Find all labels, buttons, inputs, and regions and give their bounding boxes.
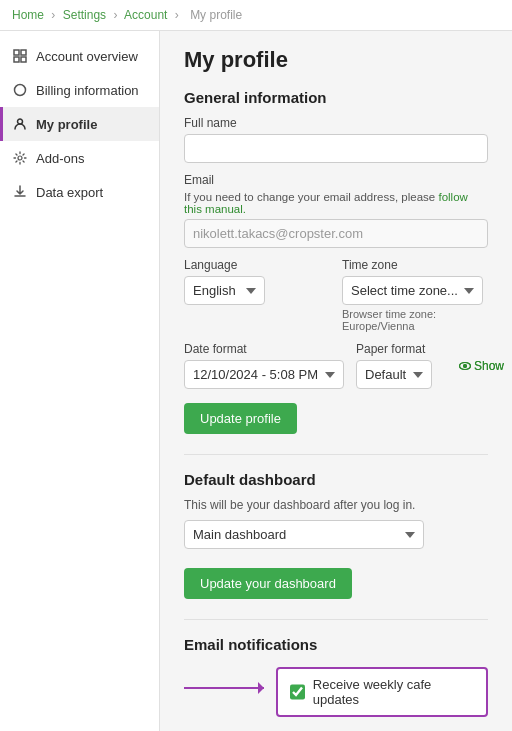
- timezone-select[interactable]: Select time zone...: [342, 276, 483, 305]
- notification-label: Receive weekly cafe updates: [313, 677, 474, 707]
- divider-2: [184, 619, 488, 620]
- weekly-updates-checkbox[interactable]: [290, 684, 305, 700]
- notifications-title: Email notifications: [184, 636, 488, 653]
- svg-point-4: [15, 85, 26, 96]
- general-info-title: General information: [184, 89, 488, 106]
- update-profile-button[interactable]: Update profile: [184, 403, 297, 434]
- language-select[interactable]: English German Spanish French: [184, 276, 265, 305]
- breadcrumb-current: My profile: [190, 8, 242, 22]
- breadcrumb-settings[interactable]: Settings: [63, 8, 106, 22]
- full-name-input[interactable]: [184, 134, 488, 163]
- arrow-indicator: [184, 687, 264, 689]
- person-icon: [12, 116, 28, 132]
- default-dashboard-section: Default dashboard This will be your dash…: [184, 471, 488, 599]
- svg-rect-2: [14, 57, 19, 62]
- svg-rect-1: [21, 50, 26, 55]
- sidebar-item-billing[interactable]: Billing information: [0, 73, 159, 107]
- sidebar-item-label: Billing information: [36, 83, 139, 98]
- email-note: If you need to change your email address…: [184, 191, 488, 215]
- timezone-label: Time zone: [342, 258, 488, 272]
- language-group: Language English German Spanish French: [184, 258, 330, 332]
- notification-row: Receive weekly cafe updates: [184, 663, 488, 717]
- grid-icon: [12, 48, 28, 64]
- update-dashboard-button[interactable]: Update your dashboard: [184, 568, 352, 599]
- notification-checkbox-box: Receive weekly cafe updates: [276, 667, 488, 717]
- svg-rect-3: [21, 57, 26, 62]
- date-format-label: Date format: [184, 342, 344, 356]
- date-paper-row: Date format 12/10/2024 - 5:08 PM Paper f…: [184, 342, 488, 389]
- svg-rect-0: [14, 50, 19, 55]
- page-title: My profile: [184, 47, 488, 73]
- paper-format-label: Paper format: [356, 342, 488, 356]
- email-input: [184, 219, 488, 248]
- sidebar-item-label: Add-ons: [36, 151, 84, 166]
- breadcrumb-account[interactable]: Account: [124, 8, 167, 22]
- email-notifications-section: Email notifications Receive weekly cafe …: [184, 636, 488, 717]
- dashboard-select-wrap: Main dashboard: [184, 520, 488, 549]
- email-group: Email If you need to change your email a…: [184, 173, 488, 248]
- dashboard-title: Default dashboard: [184, 471, 488, 488]
- dashboard-description: This will be your dashboard after you lo…: [184, 498, 488, 512]
- sidebar: Account overview Billing information My …: [0, 31, 160, 731]
- download-icon: [12, 184, 28, 200]
- svg-point-6: [18, 156, 22, 160]
- circle-icon: [12, 82, 28, 98]
- sidebar-item-label: Data export: [36, 185, 103, 200]
- date-format-group: Date format 12/10/2024 - 5:08 PM: [184, 342, 344, 389]
- new-password-show[interactable]: Show: [459, 359, 504, 373]
- gear-icon: [12, 150, 28, 166]
- breadcrumb-home[interactable]: Home: [12, 8, 44, 22]
- sidebar-item-account-overview[interactable]: Account overview: [0, 39, 159, 73]
- date-format-select[interactable]: 12/10/2024 - 5:08 PM: [184, 360, 344, 389]
- full-name-group: Full name: [184, 116, 488, 163]
- sidebar-item-label: My profile: [36, 117, 97, 132]
- full-name-label: Full name: [184, 116, 488, 130]
- sidebar-item-add-ons[interactable]: Add-ons: [0, 141, 159, 175]
- dashboard-select[interactable]: Main dashboard: [184, 520, 424, 549]
- language-label: Language: [184, 258, 330, 272]
- sidebar-item-data-export[interactable]: Data export: [0, 175, 159, 209]
- svg-point-9: [463, 364, 467, 368]
- divider-1: [184, 454, 488, 455]
- paper-format-select[interactable]: Default A4 Letter: [356, 360, 432, 389]
- email-label: Email: [184, 173, 488, 187]
- timezone-group: Time zone Select time zone... Browser ti…: [342, 258, 488, 332]
- lang-tz-row: Language English German Spanish French T…: [184, 258, 488, 332]
- general-info-section: General information Full name Email If y…: [184, 89, 488, 434]
- breadcrumb: Home › Settings › Account › My profile: [0, 0, 512, 31]
- browser-timezone: Browser time zone: Europe/Vienna: [342, 308, 488, 332]
- main-content: My profile General information Full name…: [160, 31, 512, 731]
- sidebar-item-label: Account overview: [36, 49, 138, 64]
- sidebar-item-my-profile[interactable]: My profile: [0, 107, 159, 141]
